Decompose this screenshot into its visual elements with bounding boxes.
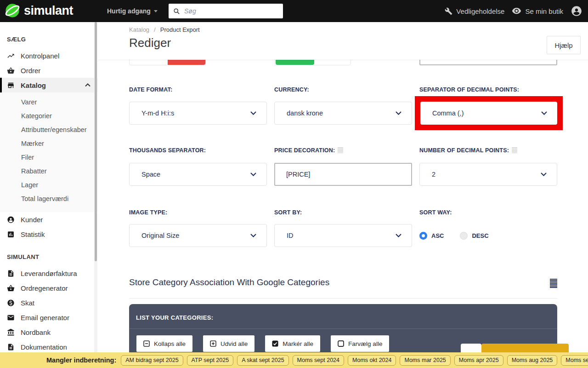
brand-logo[interactable]: simulant <box>5 3 73 18</box>
sidebar-subitem-rabatter[interactable]: Rabatter <box>0 164 98 178</box>
expand-all-button[interactable]: Udvid alle <box>203 335 254 352</box>
currency-select[interactable]: dansk krone <box>274 102 412 125</box>
planet-logo-icon <box>5 3 20 18</box>
sidebar-subitem-kategorier[interactable]: Kategorier <box>0 109 98 123</box>
sidebar-item-label: Kontrolpanel <box>21 52 59 60</box>
chevron-down-icon <box>250 111 256 115</box>
sidebar-subitem-maerker[interactable]: Mærker <box>0 137 98 150</box>
search-input[interactable] <box>184 7 278 15</box>
bank-icon <box>7 328 15 336</box>
check-all-label: Markér alle <box>283 340 313 347</box>
tag-moms-okt-2024[interactable]: Moms okt 2024 <box>348 355 396 366</box>
decimal-separator-select[interactable]: Comma (,) <box>420 102 557 125</box>
sort-by-select[interactable]: ID <box>274 224 412 247</box>
decimal-points-select[interactable]: 2 <box>419 163 557 186</box>
sidebar-item-label: Nordbank <box>21 328 51 336</box>
collapse-all-button[interactable]: Kollaps alle <box>136 335 192 352</box>
date-format-select[interactable]: Y-m-d H:i:s <box>129 102 267 125</box>
tag-moms-sept-2025[interactable]: Moms sept 2025 <box>561 355 588 366</box>
sidebar-item-ordregenerator[interactable]: Ordregenerator <box>0 281 98 295</box>
maintenance-link[interactable]: Vedligeholdelse <box>445 7 504 15</box>
sidebar-subitem-total-lagervaerdi[interactable]: Total lagerværdi <box>0 192 98 206</box>
sidebar-item-email-generator[interactable]: Email generator <box>0 310 98 325</box>
highlight-annotation-box: Comma (,) <box>415 96 563 130</box>
radio-desc-label: DESC <box>472 232 488 239</box>
tag-am-bidrag[interactable]: AM bidrag sept 2025 <box>121 355 183 366</box>
eye-icon <box>512 8 521 15</box>
sidebar-item-katalog[interactable]: Katalog <box>0 78 98 92</box>
image-type-select[interactable]: Original Size <box>129 224 267 247</box>
tag-atp[interactable]: ATP sept 2025 <box>187 355 234 366</box>
plus-square-icon <box>210 340 216 347</box>
decimal-points-value: 2 <box>432 171 435 178</box>
price-decoration-input[interactable] <box>274 163 412 186</box>
menu-lines-icon[interactable] <box>550 279 557 288</box>
field-label-thousands-separator: THOUSANDS SEPARATOR: <box>129 147 206 154</box>
field-label-decimal-points: NUMBER OF DECIMAL POINTS: <box>419 147 517 154</box>
trending-up-icon <box>7 52 15 60</box>
help-button[interactable]: Hjælp <box>547 36 581 54</box>
image-type-value: Original Size <box>141 232 179 239</box>
maintenance-label: Vedligeholdelse <box>456 7 504 15</box>
decimal-separator-value: Comma (,) <box>432 109 464 117</box>
tag-moms-mar-2025[interactable]: Moms mar 2025 <box>400 355 450 366</box>
sidebar-item-skat[interactable]: Skat <box>0 295 98 310</box>
decimal-points-label-text: NUMBER OF DECIMAL POINTS: <box>419 147 509 154</box>
sidebar-item-label: Ordrer <box>21 67 40 75</box>
check-all-button[interactable]: Markér alle <box>265 335 320 352</box>
breadcrumb-separator: / <box>154 26 156 33</box>
top-bar: simulant Hurtig adgang Vedligeholdelse <box>0 0 588 22</box>
currency-value: dansk krone <box>287 109 323 117</box>
field-label-date-format: DATE FORMAT: <box>129 86 172 93</box>
wrench-icon <box>445 7 452 15</box>
sidebar-item-ordrer[interactable]: Ordrer <box>0 63 98 78</box>
sidebar-item-label: Ordregenerator <box>21 284 68 292</box>
sidebar-item-label: Dokumentation <box>21 343 67 351</box>
view-store-label: Se min butik <box>525 7 563 15</box>
sidebar-section-sell: SÆLG <box>0 22 98 48</box>
sidebar-item-statistik[interactable]: Statistik <box>0 227 98 242</box>
sidebar-item-kunder[interactable]: Kunder <box>0 212 98 227</box>
tag-a-skat[interactable]: A skat sept 2025 <box>237 355 288 366</box>
expand-all-label: Udvid alle <box>220 340 248 347</box>
sort-way-radio-group: ASC DESC <box>419 232 489 240</box>
document-icon <box>7 270 15 277</box>
tag-moms-sept-2024[interactable]: Moms sept 2024 <box>293 355 344 366</box>
minus-square-icon <box>143 340 150 347</box>
field-label-sort-by: SORT BY: <box>274 209 302 216</box>
sidebar-subitem-filer[interactable]: Filer <box>0 150 98 164</box>
breadcrumb-katalog[interactable]: Katalog <box>129 26 149 33</box>
thousands-separator-value: Space <box>141 171 160 178</box>
chevron-up-icon <box>85 83 90 87</box>
view-store-link[interactable]: Se min butik <box>512 7 563 15</box>
sidebar-subitem-varer[interactable]: Varer <box>0 95 98 109</box>
radio-asc-label: ASC <box>431 232 444 239</box>
radio-asc[interactable] <box>419 232 427 240</box>
sidebar-item-leverandorfaktura[interactable]: Leverandørfaktura <box>0 266 98 281</box>
sidebar-subitem-attributter[interactable]: Attributter/egenskaber <box>0 123 98 137</box>
quick-access-label: Hurtig adgang <box>107 7 151 15</box>
sidebar-scrollbar-thumb[interactable] <box>95 22 97 261</box>
field-label-decimal-separator: SEPARATOR OF DECIMAL POINTS: <box>419 86 519 93</box>
chevron-down-icon <box>396 111 401 115</box>
chevron-down-icon <box>396 234 401 237</box>
catalog-submenu: Varer Kategorier Attributter/egenskaber … <box>0 92 98 212</box>
price-decoration-label-text: PRICE DECORATION: <box>274 147 335 154</box>
sidebar-item-kontrolpanel[interactable]: Kontrolpanel <box>0 48 98 63</box>
uncheck-all-button[interactable]: Farvælg alle <box>331 335 389 352</box>
tag-moms-apr-2025[interactable]: Moms apr 2025 <box>454 355 503 366</box>
chevron-down-icon <box>541 172 547 176</box>
sidebar-item-label: Kunder <box>21 216 43 224</box>
account-icon[interactable] <box>571 5 582 17</box>
radio-desc[interactable] <box>460 232 468 240</box>
tag-moms-aug-2025[interactable]: Moms aug 2025 <box>507 355 558 366</box>
quick-access-menu[interactable]: Hurtig adgang <box>107 0 158 22</box>
sidebar-item-nordbank[interactable]: Nordbank <box>0 325 98 339</box>
collapse-all-label: Kollaps alle <box>154 340 186 347</box>
sidebar-subitem-lager[interactable]: Lager <box>0 178 98 192</box>
breadcrumb: Katalog / Product Export <box>129 26 200 33</box>
hint-lines-icon <box>338 147 343 153</box>
categories-toolbar: Kollaps alle Udvid alle Markér alle <box>136 335 389 352</box>
document-icon <box>7 343 15 351</box>
thousands-separator-select[interactable]: Space <box>129 163 267 186</box>
